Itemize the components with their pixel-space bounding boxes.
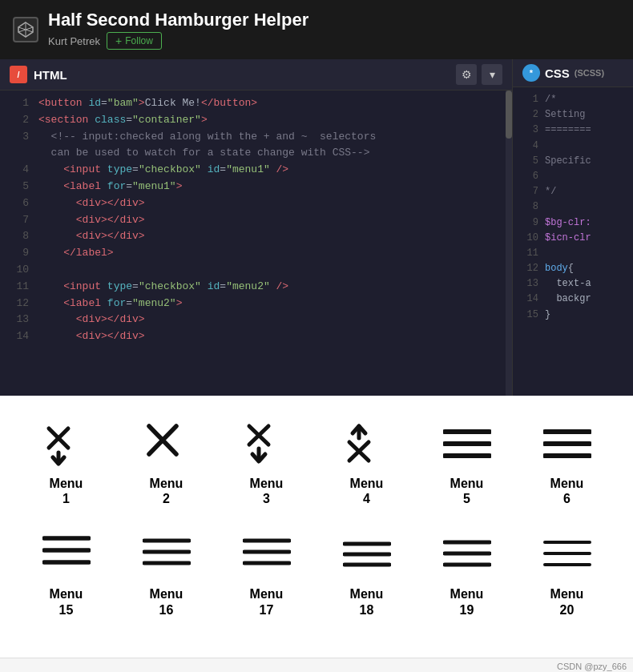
menu-icon-5 — [439, 420, 495, 468]
code-line-7: 7 <div></div> — [0, 212, 512, 229]
author-row: Kurt Petrek + Follow — [48, 32, 308, 50]
css-line-6: 6 — [519, 169, 627, 184]
menu-item-19[interactable]: Menu19 — [423, 530, 511, 617]
author-name: Kurt Petrek — [48, 35, 100, 47]
menu-icon-15 — [38, 530, 95, 578]
css-line-3: 3======== — [519, 123, 627, 138]
code-line-10: 10 — [0, 262, 512, 279]
css-line-12: 12body { — [519, 261, 627, 276]
code-line-5: 5 <label for="menu1"> — [0, 179, 512, 195]
menu-label-18: Menu18 — [350, 586, 384, 617]
menu-icon-6 — [539, 420, 595, 468]
code-line-9: 9 </label> — [0, 245, 512, 262]
css-line-9: 9$bg-clr: — [519, 215, 627, 231]
menu-item-4[interactable]: Menu4 — [323, 420, 411, 506]
code-line-11: 11 <input type="checkbox" id="menu2" /> — [0, 279, 512, 296]
css-panel-header: * CSS (SCSS) — [513, 59, 633, 87]
menu-label-20: Menu20 — [550, 586, 584, 617]
menu-label-15: Menu15 — [50, 586, 83, 617]
menu-item-15[interactable]: Menu15 — [22, 530, 111, 617]
code-line-13: 13 <div></div> — [0, 312, 512, 328]
html-panel-title: / HTML — [10, 66, 67, 83]
scrollbar-track[interactable] — [506, 91, 512, 396]
menu-label-4: Menu4 — [350, 476, 384, 506]
menu-icon-17 — [239, 530, 295, 578]
menu-label-2: Menu2 — [150, 476, 183, 506]
code-line-3: 3 <!-- input:checked along with the + an… — [0, 129, 512, 146]
demo-area: Menu1 Menu2 Menu3 — [0, 396, 633, 658]
code-line-2: 2 <section class="container"> — [0, 112, 512, 129]
html-panel-header: / HTML ⚙ ▾ — [0, 59, 512, 91]
menu-label-16: Menu16 — [150, 586, 183, 617]
css-line-13: 13 text-a — [519, 276, 627, 292]
header-title-block: Half Second Hamburger Helper Kurt Petrek… — [48, 10, 308, 50]
menu-item-18[interactable]: Menu18 — [323, 530, 411, 617]
code-area: / HTML ⚙ ▾ 1 <button id="bam">Click Me!<… — [0, 59, 633, 396]
css-line-7: 7*/ — [519, 184, 627, 199]
css-panel-title: * CSS (SCSS) — [522, 64, 604, 82]
css-line-10: 10$icn-clr — [519, 231, 627, 246]
css-line-14: 14 backgr — [519, 292, 627, 307]
menu-icon-16 — [139, 530, 195, 578]
header: Half Second Hamburger Helper Kurt Petrek… — [0, 0, 633, 59]
logo-icon — [13, 17, 38, 42]
menu-item-5[interactable]: Menu5 — [423, 420, 511, 506]
chevron-button[interactable]: ▾ — [482, 64, 502, 85]
css-label: CSS — [545, 66, 570, 80]
menu-label-5: Menu5 — [450, 476, 484, 506]
menu-label-3: Menu3 — [250, 476, 284, 506]
menu-item-2[interactable]: Menu2 — [123, 420, 211, 506]
css-line-2: 2Setting — [519, 107, 627, 123]
code-line-14: 14 <div></div> — [0, 328, 512, 345]
code-line-1: 1 <button id="bam">Click Me!</button> — [0, 95, 512, 112]
scss-label: (SCSS) — [575, 68, 604, 78]
css-panel: * CSS (SCSS) 1/* 2Setting 3======== 4 5S… — [513, 59, 633, 396]
css-badge: * — [522, 64, 540, 82]
menu-row-1: Menu1 Menu2 Menu3 — [16, 420, 617, 506]
menu-icon-4 — [339, 420, 395, 468]
code-line-12: 12 <label for="menu2"> — [0, 296, 512, 312]
css-line-11: 11 — [519, 246, 627, 261]
follow-label: Follow — [125, 35, 153, 46]
html-badge: / — [10, 66, 27, 83]
menu-row-2: Menu15 Menu16 Menu17 — [16, 530, 617, 617]
menu-label-19: Menu19 — [450, 586, 484, 617]
follow-button[interactable]: + Follow — [107, 32, 162, 50]
html-panel: / HTML ⚙ ▾ 1 <button id="bam">Click Me!<… — [0, 59, 513, 396]
menu-icon-19 — [439, 530, 495, 578]
css-line-15: 15} — [519, 308, 627, 323]
code-line-4: 4 <input type="checkbox" id="menu1" /> — [0, 162, 512, 179]
html-code-content: 1 <button id="bam">Click Me!</button> 2 … — [0, 91, 512, 396]
code-line-6: 6 <div></div> — [0, 195, 512, 212]
gear-button[interactable]: ⚙ — [456, 64, 477, 85]
code-line-3b: can be used to watch for a state change … — [0, 145, 512, 162]
menu-label-1: Menu1 — [50, 476, 83, 506]
menu-icon-3 — [239, 420, 295, 468]
menu-item-6[interactable]: Menu6 — [523, 420, 611, 506]
css-line-4: 4 — [519, 139, 627, 154]
menu-item-17[interactable]: Menu17 — [223, 530, 311, 617]
css-line-5: 5Specific — [519, 154, 627, 169]
css-line-1: 1/* — [519, 92, 627, 107]
menu-label-17: Menu17 — [250, 586, 284, 617]
app-title: Half Second Hamburger Helper — [48, 10, 308, 30]
menu-item-1[interactable]: Menu1 — [22, 420, 111, 506]
watermark-text: CSDN @pzy_666 — [557, 662, 627, 671]
menu-icon-1 — [38, 420, 95, 468]
menu-item-20[interactable]: Menu20 — [523, 530, 611, 617]
menu-icon-20 — [539, 530, 595, 578]
menu-label-6: Menu6 — [550, 476, 584, 506]
code-line-8: 8 <div></div> — [0, 228, 512, 245]
menu-icon-2 — [139, 420, 195, 468]
panel-controls: ⚙ ▾ — [456, 64, 502, 85]
css-code-content: 1/* 2Setting 3======== 4 5Specific 6 7*/… — [513, 87, 633, 396]
menu-item-3[interactable]: Menu3 — [223, 420, 311, 506]
watermark: CSDN @pzy_666 — [0, 658, 633, 672]
scrollbar-thumb[interactable] — [506, 91, 512, 139]
menu-icon-18 — [339, 530, 395, 578]
html-label: HTML — [34, 68, 67, 82]
plus-icon: + — [115, 34, 122, 47]
menu-item-16[interactable]: Menu16 — [123, 530, 211, 617]
css-line-8: 8 — [519, 199, 627, 215]
